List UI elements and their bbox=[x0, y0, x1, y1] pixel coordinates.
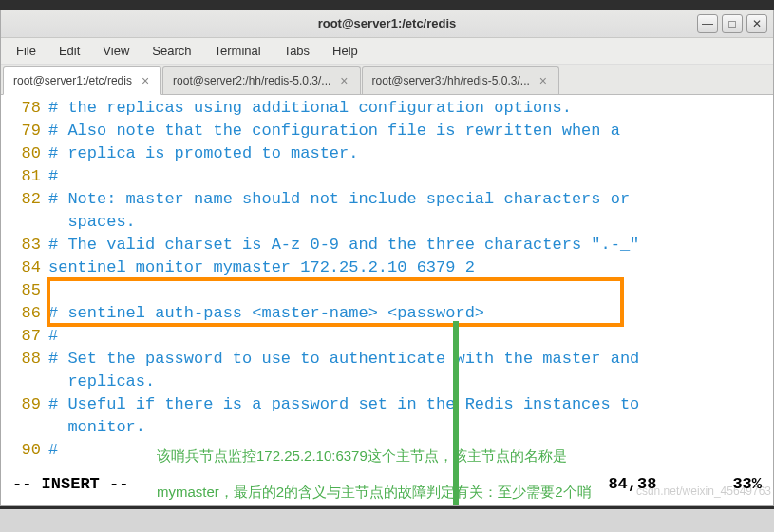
code-text: monitor. bbox=[48, 416, 773, 439]
menu-tabs[interactable]: Tabs bbox=[274, 40, 319, 62]
code-text: # Note: master name should not include s… bbox=[48, 188, 773, 211]
line-number: 88 bbox=[1, 348, 48, 370]
annotation-text: 该哨兵节点监控172.25.2.10:6379这个主节点，该主节点的名称是 bbox=[157, 445, 567, 467]
line-number: 83 bbox=[1, 234, 48, 256]
line-number: 81 bbox=[1, 165, 48, 188]
minimize-button[interactable]: — bbox=[697, 14, 718, 33]
code-text: # bbox=[48, 165, 773, 188]
code-text: replicas. bbox=[48, 370, 773, 393]
tab-server1[interactable]: root@server1:/etc/redis × bbox=[3, 66, 161, 95]
editor-line: spaces. bbox=[1, 211, 773, 234]
line-number: 84 bbox=[1, 256, 48, 279]
watermark: csdn.net/weixin_45649763 bbox=[636, 480, 771, 503]
code-text: # bbox=[48, 325, 773, 348]
editor-line: 82# Note: master name should not include… bbox=[1, 188, 773, 211]
tab-server2[interactable]: root@server2:/hh/redis-5.0.3/... × bbox=[162, 66, 360, 94]
menu-terminal[interactable]: Terminal bbox=[205, 40, 271, 62]
line-number bbox=[1, 211, 48, 234]
tab-server3[interactable]: root@server3:/hh/redis-5.0.3/... × bbox=[362, 66, 559, 94]
line-number: 82 bbox=[1, 188, 48, 211]
code-text: # The valid charset is A-z 0-9 and the t… bbox=[48, 234, 773, 256]
tab-label: root@server1:/etc/redis bbox=[13, 74, 132, 87]
annotation-text: mymaster，最后的2的含义与主节点的故障判定有关：至少需要2个哨 bbox=[157, 481, 592, 504]
desktop-bottom-bar bbox=[0, 506, 774, 509]
editor-line: 83# The valid charset is A-z 0-9 and the… bbox=[1, 234, 773, 256]
line-number: 86 bbox=[1, 302, 48, 325]
code-text: # replica is promoted to master. bbox=[48, 142, 773, 165]
editor-line: 79# Also note that the configuration fil… bbox=[1, 120, 773, 142]
tab-bar: root@server1:/etc/redis × root@server2:/… bbox=[1, 65, 773, 95]
menu-file[interactable]: File bbox=[7, 40, 46, 62]
maximize-button[interactable]: □ bbox=[722, 14, 743, 33]
close-icon[interactable]: × bbox=[140, 73, 151, 88]
window-title: root@server1:/etc/redis bbox=[1, 16, 773, 30]
code-text: spaces. bbox=[48, 211, 773, 234]
code-text: sentinel monitor mymaster 172.25.2.10 63… bbox=[48, 256, 773, 279]
line-number: 87 bbox=[1, 325, 48, 348]
menu-edit[interactable]: Edit bbox=[49, 40, 89, 62]
line-number: 80 bbox=[1, 142, 48, 165]
close-icon[interactable]: × bbox=[338, 73, 349, 88]
menu-view[interactable]: View bbox=[93, 40, 139, 62]
editor-line: 81# bbox=[1, 165, 773, 188]
editor-line: 85 bbox=[1, 279, 773, 302]
titlebar[interactable]: root@server1:/etc/redis — □ ✕ bbox=[1, 10, 773, 38]
code-text: # Useful if there is a password set in t… bbox=[48, 393, 773, 416]
line-number: 85 bbox=[1, 279, 48, 302]
editor-line: 84sentinel monitor mymaster 172.25.2.10 … bbox=[1, 256, 773, 279]
editor-line: 78# the replicas using additional config… bbox=[1, 97, 773, 120]
window-controls: — □ ✕ bbox=[697, 14, 767, 33]
code-text: # the replicas using additional configur… bbox=[48, 97, 773, 120]
code-text: # Set the password to use to authenticat… bbox=[48, 348, 773, 370]
editor-line: 80# replica is promoted to master. bbox=[1, 142, 773, 165]
tab-label: root@server2:/hh/redis-5.0.3/... bbox=[173, 74, 330, 87]
editor-line: 87# bbox=[1, 325, 773, 348]
editor-line: 88# Set the password to use to authentic… bbox=[1, 348, 773, 370]
tab-label: root@server3:/hh/redis-5.0.3/... bbox=[372, 74, 530, 87]
editor-line: 86# sentinel auth-pass <master-name> <pa… bbox=[1, 302, 773, 325]
terminal-window: root@server1:/etc/redis — □ ✕ File Edit … bbox=[0, 10, 774, 506]
vim-mode: -- INSERT -- bbox=[12, 473, 128, 496]
menu-search[interactable]: Search bbox=[142, 40, 200, 62]
editor[interactable]: 78# the replicas using additional config… bbox=[1, 95, 773, 505]
editor-line: 89# Useful if there is a password set in… bbox=[1, 393, 773, 416]
line-number bbox=[1, 416, 48, 439]
menu-help[interactable]: Help bbox=[323, 40, 368, 62]
line-number: 90 bbox=[1, 439, 48, 462]
code-text: # Also note that the configuration file … bbox=[48, 120, 773, 142]
menubar: File Edit View Search Terminal Tabs Help bbox=[1, 38, 773, 65]
line-number: 89 bbox=[1, 393, 48, 416]
line-number bbox=[1, 370, 48, 393]
line-number: 78 bbox=[1, 97, 48, 120]
line-number: 79 bbox=[1, 120, 48, 142]
desktop-top-bar bbox=[0, 0, 774, 10]
code-text: # sentinel auth-pass <master-name> <pass… bbox=[48, 302, 773, 325]
editor-line: monitor. bbox=[1, 416, 773, 439]
code-text bbox=[48, 279, 773, 302]
editor-line: replicas. bbox=[1, 370, 773, 393]
close-button[interactable]: ✕ bbox=[746, 14, 767, 33]
close-icon[interactable]: × bbox=[538, 73, 549, 88]
